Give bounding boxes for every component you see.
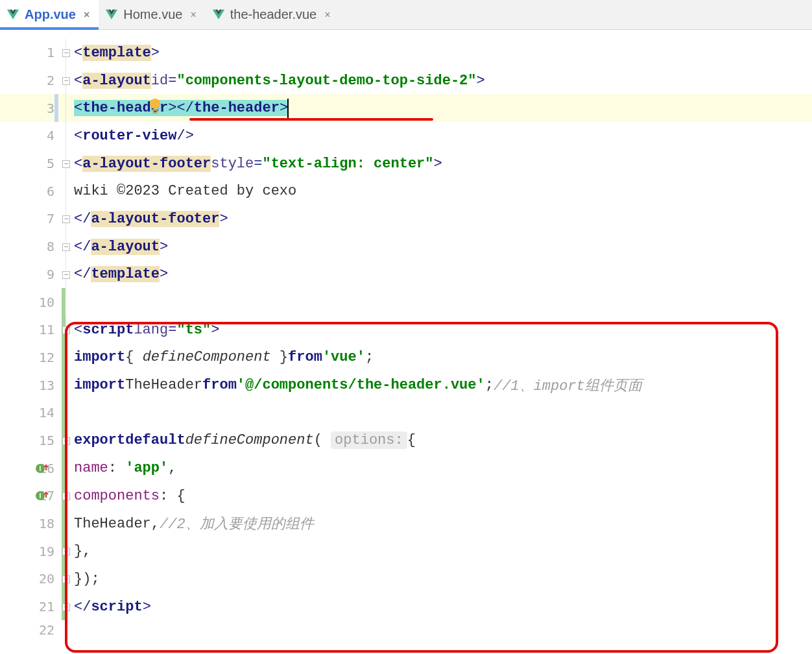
code-line[interactable]: </a-layout> bbox=[62, 233, 812, 261]
code-area[interactable]: <template> <a-layout id="components-layo… bbox=[62, 30, 812, 654]
fold-icon[interactable] bbox=[62, 575, 70, 583]
tab-bar: App.vue × Home.vue × the-header.vue × bbox=[0, 0, 812, 30]
caret bbox=[287, 99, 289, 118]
svg-rect-5 bbox=[153, 112, 157, 114]
tab-label: App.vue bbox=[25, 7, 76, 22]
fold-icon[interactable] bbox=[62, 77, 70, 85]
fold-icon[interactable] bbox=[62, 49, 70, 57]
code-line[interactable]: <script lang="ts"> bbox=[62, 316, 812, 344]
code-line[interactable] bbox=[62, 288, 812, 316]
line-number: 7 bbox=[0, 205, 62, 233]
line-number: 22 bbox=[0, 620, 62, 640]
tab-home-vue[interactable]: Home.vue × bbox=[99, 0, 206, 29]
code-line[interactable]: <a-layout-footer style="text-align: cent… bbox=[62, 150, 812, 178]
fold-icon[interactable] bbox=[62, 603, 70, 611]
code-line[interactable]: }, bbox=[62, 537, 812, 565]
fold-icon[interactable] bbox=[62, 492, 70, 500]
tab-app-vue[interactable]: App.vue × bbox=[0, 0, 99, 29]
tab-label: the-header.vue bbox=[230, 7, 316, 22]
fold-icon[interactable] bbox=[62, 215, 70, 223]
vue-icon bbox=[212, 9, 225, 21]
fold-icon[interactable] bbox=[62, 243, 70, 251]
line-number: 20 bbox=[0, 565, 62, 593]
fold-icon[interactable] bbox=[62, 271, 70, 279]
line-number: 14 bbox=[0, 399, 62, 427]
code-line[interactable]: export default defineComponent( options:… bbox=[62, 427, 812, 455]
editor[interactable]: 1 2 3 4 5 6 7 8 9 10 11 12 13 14 15 I 16… bbox=[0, 30, 812, 654]
line-number: 12 bbox=[0, 344, 62, 372]
line-number: 6 bbox=[0, 177, 62, 205]
code-line[interactable]: <template> bbox=[62, 39, 812, 67]
line-number: I 17 bbox=[0, 482, 62, 510]
code-line[interactable]: TheHeader,//2、加入要使用的组件 bbox=[62, 510, 812, 538]
line-number: 2 bbox=[0, 67, 62, 95]
code-line[interactable]: }); bbox=[62, 565, 812, 593]
code-line[interactable]: import TheHeader from '@/components/the-… bbox=[62, 371, 812, 399]
fold-icon[interactable] bbox=[62, 548, 70, 555]
code-line[interactable]: <a-layout id="components-layout-demo-top… bbox=[62, 67, 812, 95]
intention-bulb-icon[interactable] bbox=[148, 98, 162, 115]
code-line[interactable]: </script> bbox=[62, 593, 812, 621]
code-line[interactable]: name: 'app', bbox=[62, 454, 812, 482]
tab-label: Home.vue bbox=[123, 7, 182, 22]
line-number: 4 bbox=[0, 122, 62, 150]
svg-text:I: I bbox=[40, 465, 42, 472]
line-number: 8 bbox=[0, 233, 62, 261]
line-number: 5 bbox=[0, 150, 62, 178]
close-icon[interactable]: × bbox=[190, 9, 196, 21]
implements-icon[interactable]: I bbox=[35, 489, 49, 503]
line-number: 3 bbox=[0, 94, 62, 122]
code-line[interactable] bbox=[62, 399, 812, 427]
implements-icon[interactable]: I bbox=[35, 461, 49, 476]
close-icon[interactable]: × bbox=[84, 9, 90, 21]
fold-icon[interactable] bbox=[62, 160, 70, 168]
line-number: 11 bbox=[0, 316, 62, 344]
code-line[interactable]: <the-header></the-header> bbox=[62, 94, 812, 122]
line-number: I 16 bbox=[0, 454, 62, 482]
code-line[interactable]: <router-view/> bbox=[62, 122, 812, 150]
vue-icon bbox=[105, 9, 118, 21]
svg-text:I: I bbox=[40, 492, 42, 500]
line-number: 13 bbox=[0, 371, 62, 399]
line-number: 18 bbox=[0, 510, 62, 538]
code-line[interactable]: import { defineComponent } from 'vue'; bbox=[62, 344, 812, 372]
line-number: 21 bbox=[0, 593, 62, 621]
fold-icon[interactable] bbox=[62, 437, 70, 445]
inlay-hint: options: bbox=[331, 431, 407, 449]
fold-icon[interactable] bbox=[62, 326, 70, 334]
line-number: 19 bbox=[0, 537, 62, 565]
line-number: 1 bbox=[0, 39, 62, 67]
close-icon[interactable]: × bbox=[324, 9, 330, 21]
gutter: 1 2 3 4 5 6 7 8 9 10 11 12 13 14 15 I 16… bbox=[0, 30, 62, 654]
tab-the-header-vue[interactable]: the-header.vue × bbox=[206, 0, 340, 29]
line-number: 15 bbox=[0, 427, 62, 455]
annotation-underline bbox=[189, 118, 433, 121]
code-line[interactable]: </a-layout-footer> bbox=[62, 205, 812, 233]
svg-rect-4 bbox=[152, 109, 158, 111]
line-number: 10 bbox=[0, 288, 62, 316]
vue-icon bbox=[6, 9, 19, 21]
code-line[interactable]: components: { bbox=[62, 482, 812, 510]
code-line[interactable]: </template> bbox=[62, 261, 812, 289]
code-line[interactable]: wiki ©2023 Created by cexo bbox=[62, 177, 812, 205]
line-number: 9 bbox=[0, 261, 62, 289]
